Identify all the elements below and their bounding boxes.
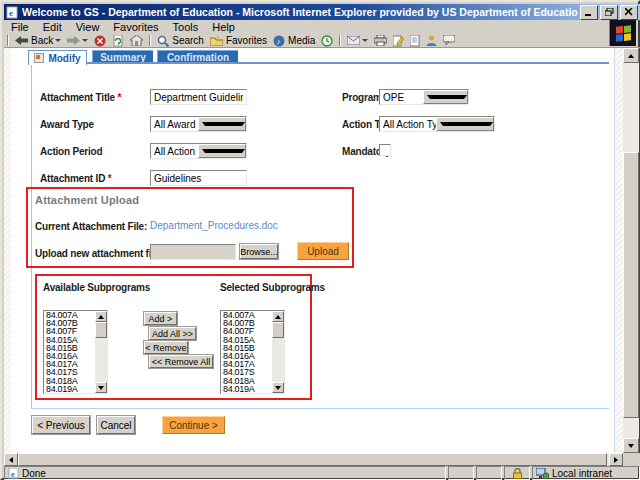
ie-page-icon: e [6, 6, 19, 19]
messenger-icon [426, 35, 437, 46]
mail-button[interactable] [347, 36, 368, 45]
forward-dropdown-icon[interactable] [82, 39, 88, 42]
scrollbar-thumb[interactable] [18, 453, 607, 466]
media-button[interactable]: ♪ Media [273, 35, 315, 47]
menu-bar: FileEditViewFavoritesToolsHelp [4, 20, 614, 34]
scroll-down-icon[interactable] [272, 382, 284, 393]
restore-button[interactable] [600, 5, 618, 20]
attachment-title-input[interactable] [150, 89, 247, 105]
scroll-up-icon[interactable] [95, 311, 107, 322]
scroll-down-icon[interactable] [95, 382, 107, 393]
horizontal-scrollbar[interactable] [4, 453, 623, 466]
action-type-select[interactable]: All Action Types [379, 116, 495, 132]
scroll-left-icon[interactable] [4, 453, 18, 466]
chevron-down-icon[interactable] [436, 117, 494, 131]
chevron-down-icon[interactable] [198, 144, 247, 158]
window-title: Welcome to GS - Department of Education … [22, 6, 578, 18]
menu-item[interactable]: Edit [36, 21, 69, 33]
toolbar: Back Search Favorites ♪ Media [4, 34, 614, 47]
subprogram-option[interactable]: 84.019A [44, 385, 95, 393]
chevron-down-icon[interactable] [198, 117, 247, 131]
menu-item[interactable]: Favorites [106, 21, 165, 33]
continue-button[interactable]: Continue > [162, 416, 225, 434]
scrollbar-thumb[interactable] [272, 322, 284, 338]
discuss-button[interactable] [443, 35, 455, 46]
scroll-up-icon[interactable] [623, 48, 639, 63]
subprogram-option[interactable]: 84.019A [221, 385, 272, 393]
listbox-scrollbar[interactable] [95, 311, 107, 393]
print-icon [374, 35, 387, 46]
stop-button[interactable] [94, 35, 106, 47]
mail-dropdown-icon[interactable] [362, 39, 368, 42]
forward-button[interactable] [67, 36, 88, 45]
notes-button[interactable] [410, 35, 420, 47]
selected-subprograms-listbox[interactable]: 84.007A84.007B84.007F84.015A84.015B84.01… [220, 310, 285, 394]
browser-window: e Welcome to GS - Department of Educatio… [0, 0, 640, 480]
action-period-label: Action Period [40, 146, 102, 157]
minimize-button[interactable] [580, 5, 598, 20]
chevron-down-icon[interactable] [423, 90, 468, 104]
available-subprograms-listbox[interactable]: 84.007A84.007B84.007F84.015A84.015B84.01… [43, 310, 108, 394]
award-type-select[interactable]: All Award Types [150, 116, 247, 132]
edit-icon [393, 35, 404, 47]
attachment-id-input[interactable] [150, 170, 247, 186]
cancel-button[interactable]: Cancel [97, 416, 135, 434]
scrollbar-thumb[interactable] [95, 322, 107, 338]
add-button[interactable]: Add > [144, 312, 177, 325]
favorites-button[interactable]: Favorites [210, 35, 267, 46]
back-dropdown-icon[interactable] [55, 39, 61, 42]
search-label: Search [172, 35, 204, 46]
back-button[interactable]: Back [15, 35, 61, 46]
add-all-button[interactable]: Add All >> [149, 327, 196, 340]
forward-icon [67, 36, 80, 45]
upload-button[interactable]: Upload [297, 242, 349, 260]
remove-button[interactable]: < Remove [144, 341, 188, 354]
media-label: Media [288, 35, 315, 46]
scroll-down-icon[interactable] [623, 438, 639, 453]
print-button[interactable] [374, 35, 387, 46]
scrollbar-thumb[interactable] [623, 152, 639, 418]
current-attachment-label: Current Attachment File: [35, 221, 147, 232]
close-button[interactable] [620, 5, 638, 20]
action-type-value: All Action Types [380, 119, 436, 130]
status-empty-pane [448, 466, 474, 480]
status-zone-pane: Local intranet [532, 466, 640, 480]
action-period-select[interactable]: All Action Periods [150, 143, 247, 159]
required-marker: * [108, 173, 112, 184]
remove-all-button[interactable]: << Remove All [149, 355, 213, 368]
selected-subprograms-label: Selected Subprograms [220, 282, 325, 293]
tab-modify[interactable]: Modify [28, 50, 87, 65]
messenger-button[interactable] [426, 35, 437, 46]
refresh-icon [112, 35, 124, 47]
home-icon [130, 35, 143, 46]
history-button[interactable] [321, 35, 333, 47]
refresh-button[interactable] [112, 35, 124, 47]
program-office-select[interactable]: OPE [379, 89, 469, 105]
edit-button[interactable] [393, 35, 404, 47]
menu-item[interactable]: Tools [166, 21, 206, 33]
current-attachment-link[interactable]: Department_Procedures.doc [150, 220, 278, 231]
scroll-up-icon[interactable] [272, 311, 284, 322]
toolbar-separator [149, 35, 151, 46]
menu-item[interactable]: Help [205, 21, 242, 33]
tab-modify-label: Modify [48, 53, 80, 64]
mandatory-checkbox[interactable] [379, 144, 391, 156]
status-bar: e Done Local intranet [4, 466, 640, 480]
toolbar-grip [7, 35, 9, 46]
home-button[interactable] [130, 35, 143, 46]
menu-item[interactable]: View [69, 21, 107, 33]
search-button[interactable]: Search [157, 35, 204, 47]
attachment-id-label: Attachment ID * [40, 173, 111, 184]
attachment-upload-heading: Attachment Upload [35, 194, 139, 206]
upload-file-input[interactable] [150, 244, 236, 260]
available-subprograms-label: Available Subprograms [43, 282, 150, 293]
vertical-scrollbar[interactable] [623, 48, 639, 453]
menu-item[interactable]: File [4, 21, 36, 33]
history-icon [321, 35, 333, 47]
previous-button[interactable]: < Previous [32, 416, 90, 434]
scroll-right-icon[interactable] [609, 453, 623, 466]
browse-button[interactable]: Browse... [240, 244, 278, 259]
status-empty-pane [476, 466, 502, 480]
modify-tab-icon [34, 53, 44, 63]
listbox-scrollbar[interactable] [272, 311, 284, 393]
